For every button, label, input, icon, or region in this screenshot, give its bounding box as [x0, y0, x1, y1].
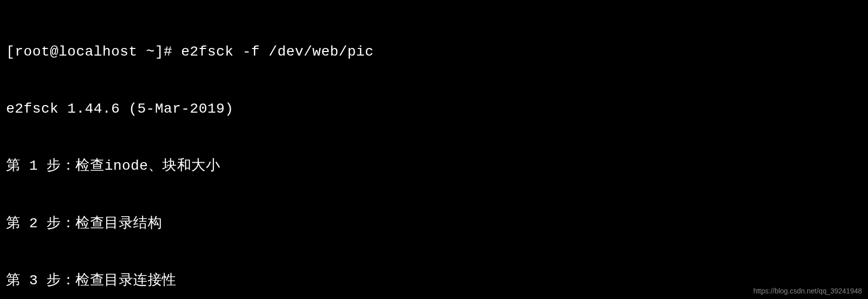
terminal-line: [root@localhost ~]# e2fsck -f /dev/web/p… [6, 42, 862, 62]
terminal-output[interactable]: [root@localhost ~]# e2fsck -f /dev/web/p… [6, 4, 862, 299]
terminal-line: 第 2 步：检查目录结构 [6, 214, 862, 233]
watermark-text: https://blog.csdn.net/qq_39241948 [753, 286, 862, 296]
terminal-line: 第 1 步：检查inode、块和大小 [6, 157, 862, 176]
terminal-line: 第 3 步：检查目录连接性 [6, 271, 862, 290]
terminal-line: e2fsck 1.44.6 (5-Mar-2019) [6, 99, 862, 119]
